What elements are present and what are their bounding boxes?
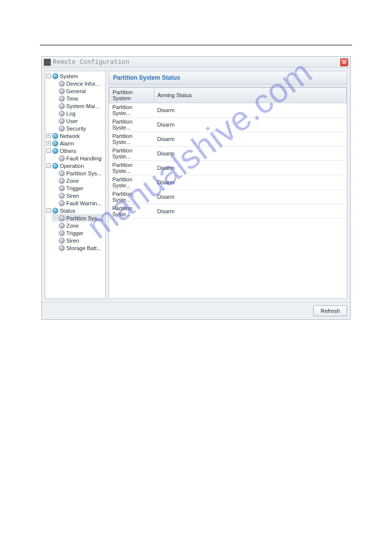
tree-node-alarm[interactable]: + Alarm	[45, 139, 105, 147]
table-header-row: Partition System Arming Status	[110, 88, 347, 103]
tree-label: Zone	[66, 223, 105, 229]
section-title: Partition System Status	[109, 71, 347, 85]
cell-partition: Partition Syste...	[110, 103, 154, 118]
gear-icon	[59, 88, 65, 94]
tree-node-operation[interactable]: - Operation	[45, 162, 105, 169]
tree-spacer	[53, 104, 57, 108]
tree-label: Trigger	[66, 230, 105, 236]
tree-spacer	[53, 156, 57, 160]
globe-icon	[52, 148, 58, 154]
cell-status: Disarm	[154, 190, 347, 204]
gear-icon	[59, 193, 65, 199]
cell-status: Disarm	[154, 132, 347, 146]
gear-icon	[59, 170, 65, 176]
page-rule	[40, 45, 352, 45]
expand-icon[interactable]: +	[46, 141, 51, 145]
window-title: Remote Configuration	[53, 59, 130, 66]
tree-label: Partition Sys...	[66, 170, 105, 176]
tree-leaf[interactable]: General	[52, 87, 105, 95]
tree-label: Fault Warnin...	[66, 200, 105, 206]
tree-leaf[interactable]: Trigger	[52, 184, 105, 192]
tree-leaf[interactable]: Storage Batt...	[52, 244, 105, 252]
table-row[interactable]: Partition Syste...Disarm	[110, 103, 347, 118]
tree-label: System	[60, 73, 105, 79]
collapse-icon[interactable]: -	[46, 148, 51, 153]
gear-icon	[59, 178, 65, 184]
gear-icon	[59, 155, 65, 161]
nav-tree: - System Device Infor...GeneralTimeSyste…	[45, 71, 106, 299]
tree-leaf[interactable]: Siren	[52, 192, 105, 199]
tree-label: Trigger	[66, 185, 105, 191]
globe-icon	[52, 208, 58, 214]
tree-label: Partition Sys...	[66, 215, 105, 221]
gear-icon	[59, 118, 65, 124]
cell-partition: Partition Syste...	[110, 175, 154, 190]
collapse-icon[interactable]: -	[46, 208, 51, 213]
tree-spacer	[53, 193, 57, 198]
tree-label: Siren	[66, 193, 105, 199]
col-partition[interactable]: Partition System	[110, 88, 154, 103]
gear-icon	[59, 126, 65, 132]
tree-leaf[interactable]: Trigger	[52, 229, 105, 237]
cell-partition: Partition Syste...	[110, 190, 154, 204]
table-row[interactable]: Partition Syste...Disarm	[110, 146, 347, 161]
col-status[interactable]: Arming Status	[154, 88, 347, 103]
tree-node-network[interactable]: + Network	[45, 132, 105, 139]
tree-leaf[interactable]: User	[52, 117, 105, 125]
tree-leaf[interactable]: Partition Sys...	[52, 169, 105, 177]
refresh-button[interactable]: Refresh	[313, 305, 347, 316]
gear-icon	[59, 223, 65, 229]
tree-node-system[interactable]: - System	[45, 72, 105, 80]
tree-leaf[interactable]: Time	[52, 95, 105, 102]
content-pane: Partition System Status Partition System…	[109, 71, 347, 299]
tree-label: Operation	[60, 163, 105, 169]
cell-status: Disarm	[154, 161, 347, 175]
globe-icon	[52, 163, 58, 169]
status-table: Partition System Arming Status Partition…	[109, 87, 347, 299]
tree-leaf[interactable]: Device Infor...	[52, 80, 105, 87]
tree-leaf[interactable]: System Mai...	[52, 102, 105, 110]
tree-leaf[interactable]: Security	[52, 125, 105, 132]
tree-spacer	[53, 126, 57, 131]
tree-spacer	[53, 238, 57, 243]
tree-leaf[interactable]: Siren	[52, 237, 105, 244]
tree-label: Alarm	[60, 140, 105, 146]
table-row[interactable]: Partition Syste...Disarm	[110, 161, 347, 175]
tree-spacer	[53, 216, 57, 220]
tree-spacer	[53, 89, 57, 93]
cell-status: Disarm	[154, 103, 347, 118]
tree-label: Time	[66, 96, 105, 102]
gear-icon	[59, 96, 65, 102]
tree-leaf[interactable]: Zone	[52, 177, 105, 184]
tree-leaf[interactable]: Zone	[52, 222, 105, 229]
gear-icon	[59, 200, 65, 206]
tree-node-others[interactable]: - Others	[45, 147, 105, 154]
tree-node-status[interactable]: - Status	[45, 207, 105, 214]
tree-leaf[interactable]: Fault Handling	[52, 154, 105, 162]
gear-icon	[59, 103, 65, 109]
tree-spacer	[53, 171, 57, 175]
tree-spacer	[53, 119, 57, 123]
tree-leaf[interactable]: Fault Warnin...	[52, 199, 105, 207]
tree-label: Security	[66, 126, 105, 132]
tree-spacer	[53, 246, 57, 250]
remote-config-window: Remote Configuration - System Device	[41, 56, 351, 320]
gear-icon	[59, 230, 65, 236]
collapse-icon[interactable]: -	[46, 74, 51, 78]
table-row[interactable]: Partition Syste...Disarm	[110, 190, 347, 204]
table-row[interactable]: Partition Syste...Disarm	[110, 118, 347, 132]
collapse-icon[interactable]: -	[46, 163, 51, 168]
table-row[interactable]: Partition Syste...Disarm	[110, 204, 347, 219]
tree-spacer	[53, 81, 57, 86]
table-row[interactable]: Partition Syste...Disarm	[110, 175, 347, 190]
close-button[interactable]	[340, 58, 348, 66]
globe-icon	[52, 140, 58, 146]
expand-icon[interactable]: +	[46, 134, 51, 138]
table-row[interactable]: Partition Syste...Disarm	[110, 132, 347, 146]
tree-spacer	[53, 96, 57, 101]
tree-label: Zone	[66, 178, 105, 184]
gear-icon	[59, 185, 65, 191]
tree-leaf[interactable]: Partition Sys...	[52, 214, 105, 222]
tree-label: User	[66, 118, 105, 124]
tree-leaf[interactable]: Log	[52, 110, 105, 117]
